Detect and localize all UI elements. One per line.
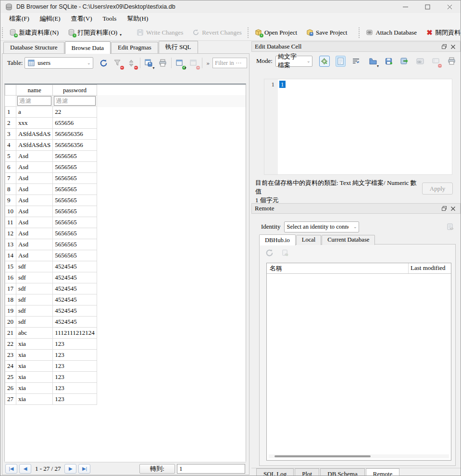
row-number[interactable]: 6 [5,162,16,173]
row-number[interactable]: 13 [5,239,16,250]
goto-record-input[interactable] [177,464,245,474]
cell-name[interactable]: sdf [16,305,53,317]
clear-sort-button[interactable]: − [126,57,137,69]
dock-tab-db-schema[interactable]: DB Schema [320,468,364,476]
dock-tab-sql-log[interactable]: SQL Log [256,468,294,476]
table-row[interactable]: 5Asd5656565 [5,151,97,162]
cell-password[interactable]: 5656565 [53,151,97,162]
filter-password-input[interactable] [54,96,96,106]
cell-password[interactable]: 123 [53,394,97,405]
row-number[interactable]: 5 [5,151,16,162]
save-table-dropdown-icon[interactable]: ▾ [153,66,155,70]
horizontal-scrollbar[interactable] [269,454,449,458]
menu-edit[interactable]: 編輯(E) [35,13,65,24]
cell-name[interactable]: sdf [16,283,53,294]
cell-password[interactable]: 655656 [53,118,97,129]
next-record-button[interactable]: ▶ [64,464,76,474]
tab-database-structure[interactable]: Database Structure [3,42,64,53]
table-row[interactable]: 2xxx655656 [5,118,97,129]
cell-name[interactable]: Asd [16,162,53,173]
cell-name[interactable]: Asd [16,239,53,250]
table-select[interactable]: users ⌄ [25,57,93,69]
dock-tab-remote[interactable]: Remote [366,468,399,476]
cell-name[interactable]: Asd [16,151,53,162]
table-row[interactable]: 6Asd5656565 [5,162,97,173]
table-row[interactable]: 10Asd5656565 [5,206,97,217]
cell-name[interactable]: abc [16,328,53,339]
cell-name[interactable]: Asd [16,217,53,228]
cell-name[interactable]: xia [16,361,53,372]
apply-cell-button[interactable] [399,56,410,67]
cell-password[interactable]: 123 [53,361,97,372]
cell-password[interactable]: 123 [53,383,97,394]
cell-name[interactable]: sdf [16,317,53,328]
cell-name[interactable]: sdf [16,272,53,283]
table-row[interactable]: 17sdf4524545 [5,283,97,294]
minimize-button[interactable] [394,0,416,13]
table-row[interactable]: 27xia123 [5,394,97,405]
cell-name[interactable]: xia [16,339,53,350]
apply-button[interactable]: Apply [422,183,453,195]
cell-name[interactable]: Asd [16,195,53,206]
row-number[interactable]: 21 [5,328,16,339]
goto-button[interactable]: 轉到: [139,464,175,474]
cell-password[interactable]: 123 [53,372,97,383]
save-project-button[interactable]: Save Project [301,26,351,38]
identity-select[interactable]: Select an identity to connect ⌄ [284,221,359,232]
tab-dbhub[interactable]: DBHub.io [259,234,296,245]
row-number[interactable]: 20 [5,317,16,328]
cell-password[interactable]: 4524545 [53,305,97,317]
new-record-button[interactable]: +▾ [174,57,185,69]
write-changes-button[interactable]: Write Changes [132,26,187,38]
mode-select[interactable]: 純文字檔案 ⌄ [275,56,313,67]
close-button[interactable] [438,0,461,13]
filter-name-input[interactable] [17,96,51,106]
cell-password[interactable]: 4524545 [53,294,97,305]
cell-password[interactable]: 5656565 [53,206,97,217]
float-panel-icon[interactable] [440,43,449,50]
text-mode-button[interactable] [336,56,346,67]
remote-clone-button[interactable] [279,247,290,258]
cell-name[interactable]: ASfdASdAS [16,129,53,140]
menu-file[interactable]: 檔案(F) [4,13,34,24]
cell-name[interactable]: Asd [16,173,53,184]
print-button[interactable] [157,57,168,69]
new-record-dropdown-icon[interactable]: ▾ [184,66,186,70]
row-number[interactable]: 19 [5,305,16,317]
table-row[interactable]: 9Asd5656565 [5,195,97,206]
table-row[interactable]: 22xia123 [5,339,97,350]
set-null-button[interactable]: − [431,56,441,67]
cell-password[interactable]: 5656565 [53,250,97,261]
cell-password[interactable]: 4524545 [53,317,97,328]
cell-password[interactable]: 5656565 [53,162,97,173]
table-row[interactable]: 16sdf4524545 [5,272,97,283]
table-row[interactable]: 20sdf4524545 [5,317,97,328]
new-database-button[interactable]: + 新建資料庫(N) [4,26,63,39]
dock-tab-plot[interactable]: Plot [295,468,319,476]
column-header-name[interactable]: name [16,85,53,96]
scrollbar-thumb[interactable] [274,455,371,457]
cell-name[interactable]: Asd [16,206,53,217]
cell-name[interactable]: Asd [16,184,53,195]
cell-password[interactable]: 565656356 [53,140,97,151]
table-row[interactable]: 18sdf4524545 [5,294,97,305]
open-project-button[interactable]: › Open Project [250,26,301,38]
menu-tools[interactable]: Tools [98,14,122,24]
close-database-button[interactable]: ✖ 關閉資料庫(C) [421,26,461,39]
cell-name[interactable]: xxx [16,118,53,129]
row-number[interactable]: 1 [5,107,16,118]
table-row[interactable]: 7Asd5656565 [5,173,97,184]
cell-name[interactable]: xia [16,394,53,405]
remote-column-name[interactable]: 名稱 [267,263,409,273]
cell-name[interactable]: a [16,107,53,118]
row-number[interactable]: 26 [5,383,16,394]
cell-name[interactable]: sdf [16,294,53,305]
row-number[interactable]: 25 [5,372,16,383]
tab-browse-data[interactable]: Browse Data [65,41,111,54]
cell-name[interactable]: sdf [16,261,53,272]
cell-password[interactable]: 1112111212124 [53,328,97,339]
row-number[interactable]: 23 [5,350,16,361]
table-row[interactable]: 19sdf4524545 [5,305,97,317]
cell-password[interactable]: 123 [53,339,97,350]
cell-password[interactable]: 123 [53,350,97,361]
